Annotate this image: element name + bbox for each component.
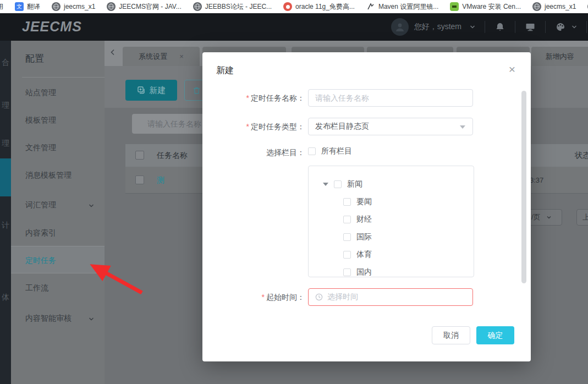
tab-add-content[interactable]: 新增内容	[531, 47, 588, 66]
chevron-down-icon[interactable]	[88, 201, 95, 208]
sidebar: 配置 站点管理 模板管理 文件管理 消息模板管理 词汇管理 内容索引 定时任务 …	[11, 41, 105, 384]
confirm-button[interactable]: 确定	[476, 326, 514, 344]
tree-node-child: 体育	[343, 249, 372, 261]
close-icon[interactable]: ×	[509, 63, 515, 75]
header-right: 您好，system	[391, 13, 588, 41]
new-task-button[interactable]: 新建	[125, 80, 177, 101]
bookmark-label: jeecms_x1	[545, 3, 576, 10]
sidebar-title: 配置	[25, 52, 44, 65]
globe-icon	[52, 2, 61, 11]
tree-checkbox[interactable]	[343, 198, 351, 206]
clock-icon	[315, 293, 323, 301]
sidebar-item-message-template[interactable]: 消息模板管理	[25, 169, 72, 180]
bookmark-item[interactable]: jeecms_x1	[52, 2, 95, 11]
tree-checkbox[interactable]	[343, 216, 351, 223]
tree-node-label[interactable]: 要闻	[356, 197, 372, 207]
bookmark-label: JEEBBS论坛 - JEEC...	[205, 2, 272, 12]
sidebar-item-workflow[interactable]: 工作流	[25, 282, 48, 293]
header-divider	[545, 21, 546, 33]
chevron-down-icon[interactable]	[469, 24, 476, 30]
select-all-checkbox[interactable]	[135, 151, 144, 160]
tree-node-child: 国际	[343, 231, 372, 243]
tree-checkbox[interactable]	[343, 268, 351, 276]
rail-item[interactable]: 理	[2, 101, 9, 111]
sidebar-item-ai-review[interactable]: 内容智能审核	[25, 312, 72, 323]
task-name-input[interactable]	[308, 89, 473, 107]
sidebar-item-site[interactable]: 站点管理	[25, 87, 56, 98]
tree-checkbox[interactable]	[334, 180, 342, 188]
user-avatar[interactable]	[391, 18, 409, 36]
tree-node-label[interactable]: 国内	[356, 267, 372, 277]
task-type-label: *定时任务类型：	[212, 118, 305, 135]
bookmark-label: VMware 安装 Cen...	[462, 2, 521, 12]
all-channels-row: 所有栏目	[308, 146, 352, 156]
bookmark-item[interactable]: JEEBBS论坛 - JEEC...	[193, 2, 272, 12]
tree-checkbox[interactable]	[343, 251, 351, 259]
rail-active-indicator[interactable]	[0, 158, 11, 196]
task-name-link[interactable]: 测	[157, 175, 164, 185]
task-time: 3:37	[530, 176, 543, 184]
tab-label: 新增内容	[546, 52, 574, 62]
tree-node-child: 财经	[343, 213, 372, 226]
bookmark-item[interactable]: Maven 设置阿里镜...	[366, 2, 438, 12]
cancel-button[interactable]: 取消	[432, 326, 470, 344]
monitor-icon[interactable]	[524, 21, 536, 33]
app-logo[interactable]: JEECMS	[22, 19, 82, 35]
row-checkbox[interactable]	[135, 175, 144, 184]
tree-node-label[interactable]: 国际	[356, 232, 372, 242]
oracle-icon	[283, 2, 292, 11]
new-task-dialog: 新建 × *定时任务名称： *定时任务类型： 发布栏目静态页 选择栏目： 所有栏…	[202, 52, 531, 361]
bookmark-label: 翻译	[27, 2, 40, 12]
bookmark-item[interactable]: 用	[0, 2, 3, 12]
tree-node-label[interactable]: 财经	[356, 215, 372, 224]
bookmark-item[interactable]: oracle 11g_免费高...	[283, 2, 355, 12]
user-greeting[interactable]: 您好，system	[414, 22, 461, 32]
bookmark-item[interactable]: JEECMS官网 - JAV...	[107, 2, 181, 12]
bookmark-label: jeecms_x1	[64, 3, 95, 10]
start-time-input[interactable]: 选择时间	[308, 288, 473, 306]
sidebar-item-template[interactable]: 模板管理	[25, 114, 56, 125]
all-channels-checkbox[interactable]	[308, 147, 316, 155]
tab-label: 系统设置	[139, 52, 167, 62]
tab-system-settings[interactable]: 系统设置 ×	[123, 47, 200, 66]
rail-item[interactable]: 合	[2, 58, 9, 68]
task-type-value: 发布栏目静态页	[315, 122, 369, 131]
required-mark: *	[246, 94, 249, 102]
cancel-button-label: 取消	[443, 331, 459, 341]
collapsed-menu-rail: 合 理 理 计 体	[0, 41, 11, 384]
rail-item[interactable]: 计	[2, 221, 9, 231]
column-task-name: 任务名称	[157, 151, 188, 161]
bookmark-item[interactable]: VMware 安装 Cen...	[450, 2, 521, 12]
channel-tree: 新闻 要闻 财经 国际 体育 国内	[308, 166, 474, 277]
prev-page-button[interactable]: 上	[576, 209, 588, 226]
vmware-icon	[450, 2, 459, 11]
bookmark-item[interactable]: 文 翻译	[15, 2, 40, 12]
rail-item[interactable]: 体	[2, 293, 9, 303]
bookmark-label: JEECMS官网 - JAV...	[119, 2, 181, 12]
sidebar-item-content-index[interactable]: 内容索引	[25, 227, 56, 238]
bell-icon[interactable]	[494, 21, 506, 33]
sidebar-item-scheduled-task[interactable]: 定时任务	[25, 255, 56, 266]
header-divider	[586, 21, 587, 33]
sidebar-item-file[interactable]: 文件管理	[25, 142, 56, 153]
bookmark-item[interactable]: jeecms_x1	[532, 2, 576, 11]
rail-item[interactable]: 理	[2, 139, 9, 149]
confirm-button-label: 确定	[488, 331, 503, 341]
chevron-down-icon[interactable]	[88, 315, 95, 321]
close-icon[interactable]: ×	[179, 52, 184, 61]
caret-down-icon[interactable]	[323, 183, 328, 186]
maven-icon	[366, 2, 375, 11]
chevron-down-icon[interactable]	[571, 24, 578, 30]
dialog-scrollbar[interactable]	[521, 91, 526, 283]
tree-checkbox[interactable]	[343, 233, 351, 241]
tree-node-label[interactable]: 新闻	[347, 179, 362, 189]
translate-icon: 文	[15, 2, 24, 11]
screen: 用 文 翻译 jeecms_x1 JEECMS官网 - JAV... JEEBB…	[0, 0, 588, 384]
start-time-label: *起始时间：	[212, 288, 305, 306]
tree-node-label[interactable]: 体育	[356, 250, 372, 260]
chevron-left-icon[interactable]	[109, 48, 118, 57]
task-type-select[interactable]: 发布栏目静态页	[308, 118, 473, 135]
sidebar-item-vocabulary[interactable]: 词汇管理	[25, 199, 56, 210]
new-task-button-label: 新建	[150, 85, 166, 96]
palette-icon[interactable]	[554, 21, 567, 33]
